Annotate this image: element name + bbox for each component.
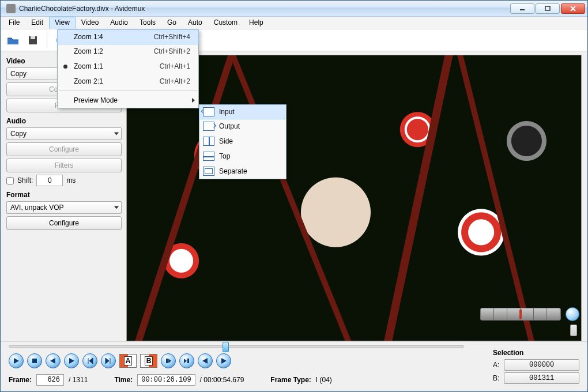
timeline-slider[interactable] — [9, 345, 464, 348]
selection-b-label: B: — [493, 374, 499, 382]
close-button[interactable] — [561, 3, 585, 14]
play-button[interactable] — [9, 353, 24, 368]
shift-unit: ms — [66, 176, 76, 184]
minimize-button[interactable] — [510, 3, 534, 14]
stop-button[interactable] — [27, 353, 42, 368]
time-total: / 00:00:54.679 — [200, 376, 244, 384]
goto-marker-a-button[interactable] — [161, 353, 176, 368]
menu-video[interactable]: Video — [76, 17, 104, 29]
menu-zoom-1-2[interactable]: Zoom 1:2Ctrl+Shift+2 — [58, 44, 198, 59]
app-icon — [6, 4, 16, 13]
slider-thumb[interactable] — [223, 342, 229, 352]
next-frame-button[interactable] — [64, 353, 79, 368]
frame-total: / 1311 — [69, 376, 88, 384]
titlebar: CharlieChocolateFactory.divx - Avidemux — [1, 1, 587, 17]
menubar: File Edit View Video Audio Tools Go Auto… — [1, 17, 587, 29]
menu-help[interactable]: Help — [243, 17, 269, 29]
submenu-side[interactable]: Side — [199, 134, 286, 149]
submenu-separate[interactable]: Separate — [199, 164, 286, 179]
frametype-value: I (04) — [316, 376, 332, 384]
chevron-down-icon — [114, 206, 119, 209]
next-black-frame-button[interactable] — [216, 353, 231, 368]
submenu-input[interactable]: Input — [199, 104, 285, 119]
selection-b-value[interactable]: 001311 — [504, 372, 579, 384]
frame-label: Frame: — [9, 376, 32, 384]
frame-value-input[interactable]: 626 — [36, 374, 64, 386]
submenu-output[interactable]: Output — [199, 119, 286, 134]
next-keyframe-button[interactable] — [101, 353, 116, 368]
submenu-arrow-icon — [192, 98, 195, 103]
preview-separate-icon — [203, 167, 214, 176]
svg-rect-1 — [545, 6, 550, 10]
menu-zoom-2-1[interactable]: Zoom 2:1Ctrl+Alt+2 — [58, 74, 198, 89]
shift-label: Shift: — [17, 176, 33, 184]
window-buttons — [510, 3, 585, 14]
radio-bullet-icon — [63, 65, 67, 69]
prev-black-frame-button[interactable] — [198, 353, 213, 368]
preview-mode-submenu: Input Output Side Top Separate — [199, 104, 287, 179]
svg-rect-5 — [31, 36, 35, 39]
menu-custom[interactable]: Custom — [208, 17, 243, 29]
format-section-label: Format — [6, 191, 122, 199]
shift-checkbox[interactable] — [6, 177, 14, 184]
menu-separator — [59, 91, 197, 91]
prev-keyframe-button[interactable] — [82, 353, 97, 368]
jog-controls — [480, 307, 579, 336]
selection-panel: Selection A:000000 B:001311 — [493, 346, 579, 386]
time-value-input[interactable]: 00:00:26.109 — [137, 374, 195, 386]
jog-center-mark — [519, 310, 522, 319]
time-label: Time: — [114, 376, 133, 384]
svg-rect-11 — [166, 359, 168, 363]
menu-zoom-1-1[interactable]: Zoom 1:1Ctrl+Alt+1 — [58, 59, 198, 74]
menu-auto[interactable]: Auto — [182, 17, 208, 29]
chevron-down-icon — [114, 133, 119, 135]
preview-side-icon — [203, 137, 214, 146]
prev-frame-button[interactable] — [46, 353, 61, 368]
jog-shuttle[interactable] — [480, 308, 561, 321]
menu-go[interactable]: Go — [161, 17, 182, 29]
save-file-button[interactable] — [25, 32, 41, 48]
submenu-top[interactable]: Top — [199, 149, 286, 164]
menu-edit[interactable]: Edit — [25, 17, 49, 29]
format-configure-button[interactable]: Configure — [6, 216, 122, 230]
audio-codec-combo[interactable]: Copy — [6, 127, 122, 140]
menu-audio[interactable]: Audio — [104, 17, 134, 29]
svg-rect-10 — [32, 359, 37, 363]
menu-file[interactable]: File — [3, 17, 25, 29]
goto-marker-b-button[interactable] — [179, 353, 194, 368]
open-file-button[interactable] — [5, 32, 21, 48]
preview-input-icon — [203, 107, 214, 116]
preview-output-icon — [203, 122, 214, 131]
selection-a-value[interactable]: 000000 — [504, 359, 579, 371]
app-window: CharlieChocolateFactory.divx - Avidemux … — [0, 0, 588, 392]
audio-section-label: Audio — [6, 117, 122, 125]
set-marker-b-button[interactable]: B — [140, 354, 157, 368]
set-marker-a-button[interactable]: A — [119, 354, 137, 368]
format-combo[interactable]: AVI, unpack VOP — [6, 201, 122, 214]
audio-filters-button[interactable]: Filters — [6, 159, 122, 172]
selection-a-label: A: — [493, 361, 499, 369]
svg-rect-12 — [187, 359, 189, 363]
volume-slider[interactable] — [570, 325, 577, 336]
maximize-button[interactable] — [536, 3, 560, 14]
toolbar-separator — [47, 33, 47, 48]
menu-tools[interactable]: Tools — [134, 17, 161, 29]
shift-spinner[interactable]: 0 — [36, 175, 63, 186]
menu-view[interactable]: View — [49, 17, 76, 29]
window-title: CharlieChocolateFactory.divx - Avidemux — [19, 5, 510, 13]
menu-preview-mode[interactable]: Preview Mode — [58, 93, 198, 108]
jog-wheel[interactable] — [566, 307, 579, 321]
view-menu-dropdown: Zoom 1:4Ctrl+Shift+4 Zoom 1:2Ctrl+Shift+… — [57, 29, 199, 108]
preview-top-icon — [203, 152, 214, 161]
frametype-label: Frame Type: — [270, 376, 311, 384]
selection-header: Selection — [493, 349, 579, 357]
audio-configure-button[interactable]: Configure — [6, 142, 122, 156]
menu-zoom-1-4[interactable]: Zoom 1:4Ctrl+Shift+4 — [57, 29, 199, 44]
